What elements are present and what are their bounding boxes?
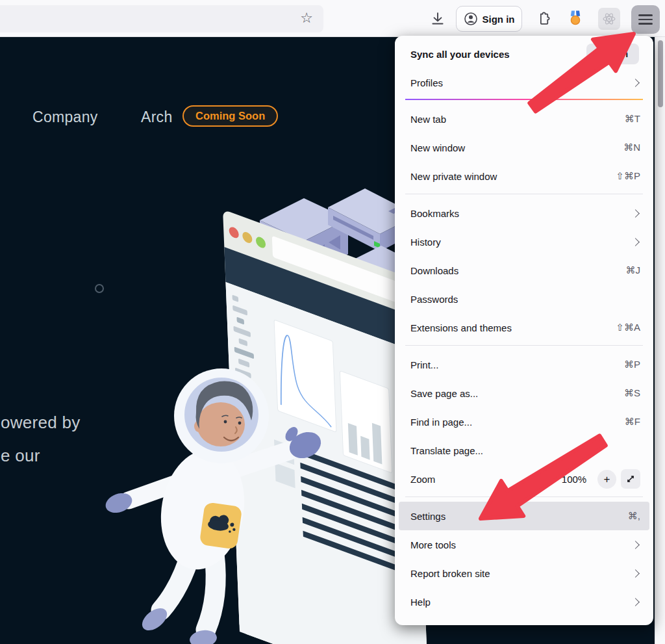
chevron-right-icon [631, 569, 640, 578]
chevron-right-icon [631, 598, 640, 606]
sign-in-label: Sign in [483, 14, 515, 25]
extensions-button[interactable] [531, 0, 555, 37]
account-avatar-icon [464, 12, 478, 26]
zoom-out-button[interactable]: − [532, 470, 551, 489]
menu-hamburger-icon [638, 19, 653, 21]
chevron-right-icon [631, 238, 640, 246]
menu-item-bookmarks[interactable]: Bookmarks [399, 199, 649, 227]
medal-extension-button[interactable] [564, 0, 587, 37]
scrollbar-track[interactable] [655, 37, 665, 644]
menu-item-zoom: Zoom − 100% + [399, 465, 649, 493]
menu-item-new-window[interactable]: New window ⌘N [399, 133, 649, 162]
menu-item-new-tab[interactable]: New tab ⌘T [399, 105, 649, 133]
menu-item-downloads[interactable]: Downloads ⌘J [399, 256, 649, 285]
chest-badge [199, 502, 243, 549]
menu-item-find-in-page[interactable]: Find in page... ⌘F [399, 407, 649, 436]
medal-extension-icon [568, 10, 583, 27]
zoom-in-button[interactable]: + [597, 470, 616, 489]
react-devtools-icon [602, 12, 616, 26]
menu-item-history[interactable]: History [399, 227, 649, 256]
browser-toolbar: ☆ Sign in [0, 0, 665, 37]
bookmark-star-icon[interactable]: ☆ [300, 11, 313, 25]
menu-item-extensions-and-themes[interactable]: Extensions and themes ⇧⌘A [399, 313, 649, 342]
menu-item-settings[interactable]: Settings ⌘, [399, 502, 649, 530]
menu-item-passwords[interactable]: Passwords [399, 285, 649, 313]
react-devtools-button[interactable] [598, 8, 620, 30]
url-bar[interactable]: ☆ [0, 5, 323, 32]
menu-item-help[interactable]: Help [399, 587, 649, 616]
fullscreen-button[interactable] [621, 469, 640, 489]
menu-divider [405, 194, 643, 194]
gradient-divider [405, 99, 643, 100]
chevron-right-icon [631, 541, 640, 549]
app-menu: Sync all your devices Sign in Profiles N… [395, 36, 653, 625]
menu-item-report-broken-site[interactable]: Report broken site [399, 559, 649, 587]
fullscreen-expand-icon [625, 474, 636, 484]
menu-sign-in-button[interactable]: Sign in [586, 44, 639, 64]
chevron-right-icon [631, 79, 640, 87]
menu-divider [405, 345, 643, 346]
scrollbar-thumb[interactable] [658, 40, 663, 107]
menu-item-print[interactable]: Print... ⌘P [399, 350, 649, 379]
zoom-level-value[interactable]: 100% [555, 474, 593, 485]
sign-in-button[interactable]: Sign in [456, 6, 522, 32]
menu-item-save-page-as[interactable]: Save page as... ⌘S [399, 379, 649, 407]
menu-divider [405, 496, 643, 497]
chevron-right-icon [631, 209, 640, 218]
menu-item-more-tools[interactable]: More tools [399, 530, 649, 559]
menu-item-translate-page[interactable]: Translate page... [399, 436, 649, 465]
menu-item-new-private-window[interactable]: New private window ⇧⌘P [399, 162, 649, 190]
menu-header-sync: Sync all your devices Sign in [399, 40, 649, 68]
app-menu-button[interactable] [631, 5, 660, 34]
download-icon [429, 10, 446, 27]
downloads-button[interactable] [426, 0, 449, 37]
extensions-puzzle-icon [535, 10, 551, 27]
menu-item-profiles[interactable]: Profiles [399, 68, 649, 97]
sync-title: Sync all your devices [410, 49, 510, 60]
